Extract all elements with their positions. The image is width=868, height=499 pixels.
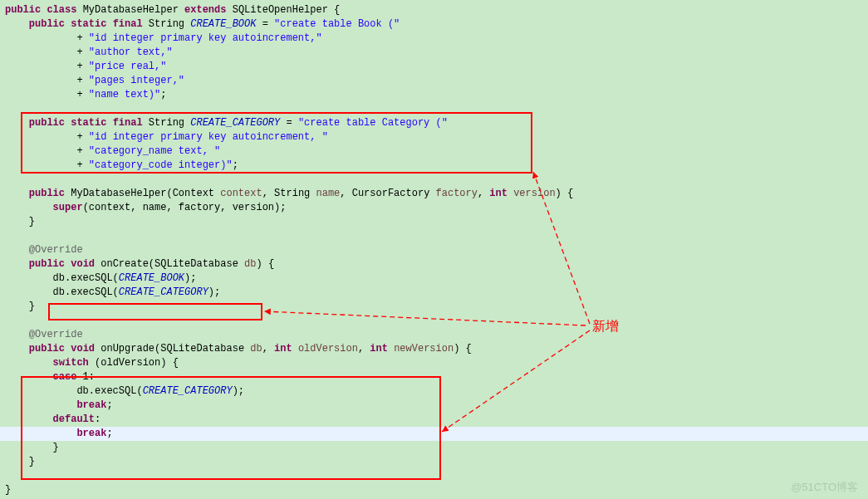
watermark: @51CTO博客: [791, 480, 858, 494]
code-block: public class MyDatabaseHelper extends SQ…: [0, 0, 868, 499]
annotation-label-new: 新增: [592, 319, 619, 333]
